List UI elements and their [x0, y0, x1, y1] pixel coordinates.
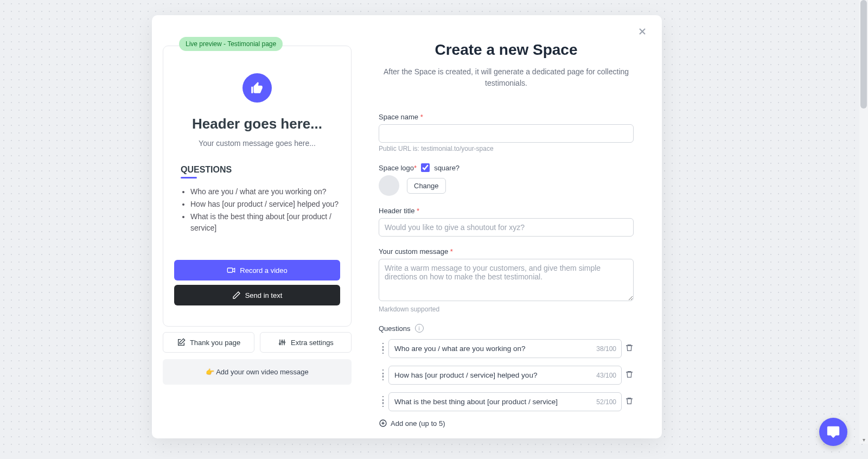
form-panel: Create a new Space After the Space is cr…	[379, 41, 634, 438]
space-name-label: Space name *	[379, 113, 634, 121]
extra-settings-button[interactable]: Extra settings	[260, 332, 352, 353]
plus-circle-icon	[379, 419, 387, 428]
chat-icon	[826, 425, 840, 439]
page-scrollbar[interactable]: ▾	[859, 0, 868, 444]
preview-message: Your custom message goes here...	[174, 139, 340, 148]
questions-title: QUESTIONS	[181, 165, 340, 175]
custom-message-label: Your custom message *	[379, 247, 634, 256]
pencil-icon	[232, 291, 241, 299]
thank-you-label: Thank you page	[190, 339, 240, 347]
trash-icon	[625, 343, 634, 352]
record-video-label: Record a video	[240, 266, 287, 275]
preview-header: Header goes here...	[174, 116, 340, 132]
scrollbar-down-button[interactable]: ▾	[859, 435, 868, 444]
svg-point-3	[284, 342, 285, 343]
thumbs-up-icon	[250, 81, 264, 95]
scrollbar-thumb[interactable]	[860, 0, 867, 109]
svg-point-1	[279, 343, 281, 345]
header-title-label: Header title *	[379, 207, 634, 215]
close-button[interactable]	[637, 26, 648, 39]
question-row: ⋮⋮ 38/100	[379, 339, 634, 358]
page-title: Create a new Space	[379, 41, 634, 59]
video-icon	[227, 266, 235, 275]
custom-message-textarea[interactable]	[379, 259, 634, 301]
video-message-banner[interactable]: 👉 Add your own video message	[163, 359, 352, 385]
question-counter: 43/100	[596, 372, 616, 379]
questions-label: Questions	[379, 324, 411, 333]
trash-icon	[625, 370, 634, 379]
header-title-input[interactable]	[379, 218, 634, 237]
question-row: ⋮⋮ 43/100	[379, 366, 634, 385]
drag-handle-icon[interactable]: ⋮⋮	[379, 372, 385, 379]
delete-question-button[interactable]	[625, 370, 634, 381]
svg-point-2	[282, 341, 283, 342]
info-icon[interactable]: i	[415, 324, 424, 333]
question-input[interactable]	[388, 392, 622, 411]
space-logo-label: Space logo*	[379, 164, 417, 172]
send-text-label: Send in text	[245, 291, 283, 299]
square-label: square?	[434, 164, 459, 172]
change-logo-button[interactable]: Change	[407, 178, 446, 194]
add-question-button[interactable]: Add one (up to 5)	[379, 419, 634, 428]
question-counter: 52/100	[596, 398, 616, 406]
send-text-button[interactable]: Send in text	[174, 285, 340, 305]
logo-placeholder	[379, 175, 399, 196]
sliders-icon	[278, 338, 286, 347]
preview-panel: Live preview - Testimonial page Header g…	[163, 46, 352, 385]
delete-question-button[interactable]	[625, 397, 634, 407]
question-item: Who are you / what are you working on?	[190, 186, 340, 197]
edit-square-icon	[177, 338, 186, 347]
questions-list: Who are you / what are you working on? H…	[174, 186, 340, 234]
question-item: How has [our product / service] helped y…	[190, 199, 340, 210]
intercom-launcher[interactable]	[819, 418, 847, 446]
trash-icon	[625, 397, 634, 405]
page-subtitle: After the Space is created, it will gene…	[379, 66, 634, 89]
question-counter: 38/100	[596, 345, 616, 353]
video-banner-text: 👉 Add your own video message	[206, 368, 308, 376]
space-name-helper: Public URL is: testimonial.to/your-space	[379, 145, 634, 152]
drag-handle-icon[interactable]: ⋮⋮	[379, 398, 385, 405]
square-checkbox[interactable]	[421, 163, 430, 172]
markdown-helper: Markdown supported	[379, 305, 634, 313]
question-row: ⋮⋮ 52/100	[379, 392, 634, 411]
thank-you-page-button[interactable]: Thank you page	[163, 332, 254, 353]
close-icon	[637, 26, 648, 37]
logo-avatar	[242, 73, 272, 103]
preview-badge: Live preview - Testimonial page	[179, 37, 283, 51]
question-input[interactable]	[388, 366, 622, 385]
space-name-input[interactable]	[379, 124, 634, 143]
create-space-modal: Live preview - Testimonial page Header g…	[152, 15, 662, 438]
question-input[interactable]	[388, 339, 622, 358]
drag-handle-icon[interactable]: ⋮⋮	[379, 345, 385, 352]
extra-settings-label: Extra settings	[291, 339, 334, 347]
preview-card: Header goes here... Your custom message …	[163, 46, 352, 327]
add-question-label: Add one (up to 5)	[391, 419, 445, 428]
question-item: What is the best thing about [our produc…	[190, 211, 340, 234]
svg-rect-0	[228, 268, 233, 272]
delete-question-button[interactable]	[625, 343, 634, 354]
questions-underline	[181, 177, 197, 178]
record-video-button[interactable]: Record a video	[174, 260, 340, 280]
